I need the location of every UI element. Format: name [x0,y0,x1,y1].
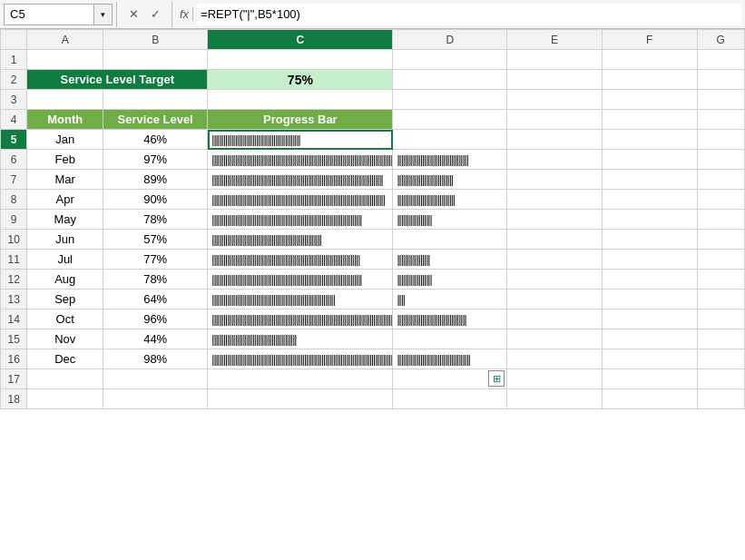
cell-empty[interactable] [697,170,744,190]
cell-progress-bar[interactable]: ||||||||||||||||||||||||||||||||||||||||… [208,170,393,190]
cell-service-level[interactable]: 78% [103,270,208,290]
cell-month[interactable]: Oct [27,309,103,329]
row-header[interactable]: 6 [1,150,27,170]
cell-empty[interactable] [507,70,603,90]
cell-month[interactable]: Jan [27,130,103,150]
cell-empty[interactable] [103,90,208,110]
cell-overflow[interactable] [393,329,507,349]
cell-empty[interactable] [103,369,208,389]
cell-empty[interactable] [507,90,603,110]
cell-month[interactable]: Nov [27,329,103,349]
cell-month[interactable]: Feb [27,150,103,170]
cell-month[interactable]: Aug [27,270,103,290]
col-header-c[interactable]: C [208,30,393,50]
cell-empty[interactable] [697,250,744,270]
cell-empty[interactable] [507,210,603,230]
cell-empty[interactable] [697,110,744,130]
cell-progress-bar[interactable]: ||||||||||||||||||||||||||||||||||||||||… [208,150,393,170]
cell-empty[interactable] [602,150,697,170]
cell-empty[interactable] [507,170,603,190]
cell-month[interactable]: Jul [27,250,103,270]
cell-progress-bar[interactable]: ||||||||||||||||||||||||||||||||||||||||… [208,190,393,210]
row-header[interactable]: 15 [1,329,27,349]
cell-progress-bar[interactable]: ||||||||||||||||||||||||||||||||||||||||… [208,329,393,349]
cell-progress-bar[interactable]: ||||||||||||||||||||||||||||||||||||||||… [208,210,393,230]
cell-overflow[interactable] [393,230,507,250]
cell-empty[interactable] [507,110,603,130]
row-header[interactable]: 4 [1,110,27,130]
cancel-icon[interactable]: ✕ [124,5,142,24]
row-header[interactable]: 7 [1,170,27,190]
col-header-a[interactable]: A [27,30,103,50]
cell-empty[interactable] [507,329,603,349]
cell-empty[interactable] [697,369,744,389]
row-header[interactable]: 16 [1,349,27,369]
cell-empty[interactable] [507,349,603,369]
row-header[interactable]: 8 [1,190,27,210]
cell-empty[interactable] [602,309,697,329]
cell-empty[interactable] [602,250,697,270]
col-header-b[interactable]: B [103,30,208,50]
cell-empty[interactable] [602,230,697,250]
cell-empty[interactable] [507,150,603,170]
cell-service-level[interactable]: 44% [103,329,208,349]
cell-empty[interactable] [697,309,744,329]
cell-reference-box[interactable]: C5 [4,4,94,25]
confirm-icon[interactable]: ✓ [146,5,164,24]
cell-overflow[interactable]: ||||||||||||||||| [393,250,507,270]
cell-empty[interactable] [507,309,603,329]
cell-empty[interactable] [697,190,744,210]
cell-month[interactable]: Apr [27,190,103,210]
cell-empty[interactable] [602,170,697,190]
cell-empty[interactable] [507,369,603,389]
cell-empty[interactable] [602,270,697,290]
cell-empty[interactable] [393,70,507,90]
cell-overflow[interactable]: ||||||||||||||||||||||||||||||||||||| [393,150,507,170]
cell-empty[interactable] [602,130,697,150]
cell-overflow[interactable] [393,130,507,150]
cell-empty[interactable] [507,270,603,290]
cell-progress-bar[interactable]: ||||||||||||||||||||||||||||||||||||||||… [208,130,393,150]
row-header[interactable]: 18 [1,389,27,409]
cell-empty[interactable] [602,369,697,389]
cell-empty[interactable] [602,389,697,409]
cell-empty[interactable] [697,90,744,110]
cell-empty[interactable] [103,389,208,409]
row-header[interactable]: 14 [1,309,27,329]
cell-empty[interactable] [27,90,103,110]
cell-overflow[interactable]: |||||||||||||||||| [393,270,507,290]
cell-progress-bar[interactable]: ||||||||||||||||||||||||||||||||||||||||… [208,230,393,250]
cell-empty[interactable] [507,389,603,409]
cell-empty[interactable] [602,190,697,210]
cell-progress-bar[interactable]: ||||||||||||||||||||||||||||||||||||||||… [208,349,393,369]
cell-empty[interactable] [393,90,507,110]
cell-empty[interactable] [27,389,103,409]
cell-empty[interactable] [393,50,507,70]
row-header[interactable]: 2 [1,70,27,90]
cell-empty[interactable] [697,70,744,90]
cell-progress-bar[interactable]: ||||||||||||||||||||||||||||||||||||||||… [208,309,393,329]
cell-empty[interactable] [697,50,744,70]
row-header[interactable]: 5 [1,130,27,150]
cell-service-level[interactable]: 97% [103,150,208,170]
cell-empty[interactable] [393,110,507,130]
cell-month[interactable]: Dec [27,349,103,369]
cell-empty[interactable] [507,250,603,270]
cell-empty[interactable] [602,349,697,369]
cell-service-level[interactable]: 90% [103,190,208,210]
cell-empty[interactable] [697,270,744,290]
cell-empty[interactable] [697,329,744,349]
slt-value[interactable]: 75% [208,70,393,90]
cell-empty[interactable] [602,90,697,110]
cell-month[interactable]: Sep [27,290,103,309]
cell-ref-dropdown[interactable]: ▾ [94,4,113,25]
cell-overflow[interactable]: |||||||||||||||||| [393,210,507,230]
cell-service-level[interactable]: 46% [103,130,208,150]
row-header[interactable]: 1 [1,50,27,70]
row-header[interactable]: 9 [1,210,27,230]
cell-overflow[interactable]: |||||||||||||||||||||||||||||||||||| [393,309,507,329]
cell-empty[interactable] [697,150,744,170]
col-header-f[interactable]: F [602,30,697,50]
cell-empty[interactable] [697,349,744,369]
cell-empty[interactable] [208,369,393,389]
